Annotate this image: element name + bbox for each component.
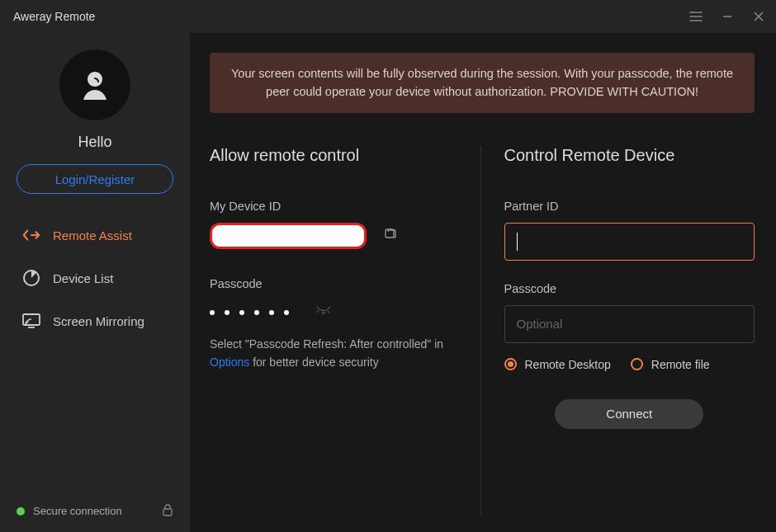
sidebar-item-label: Device List [53,271,113,285]
warning-banner: Your screen contents will be fully obser… [210,53,755,113]
minimize-button[interactable] [720,9,735,24]
radio-remote-desktop[interactable]: Remote Desktop [504,358,611,371]
sidebar-item-remote-assist[interactable]: Remote Assist [0,214,190,257]
radio-label: Remote file [651,358,710,371]
menu-icon[interactable] [688,9,703,24]
sidebar-item-label: Screen Mirroring [53,314,144,328]
radio-icon [504,358,517,370]
lock-icon [162,503,173,519]
remote-assist-icon [21,225,41,245]
passcode-dots [210,310,289,315]
eye-off-icon[interactable] [315,305,332,320]
sidebar: Hello Login/Register Remote Assist [0,33,190,532]
partner-id-input[interactable] [504,223,755,261]
window-controls [688,9,766,24]
titlebar: Aweray Remote [0,0,776,33]
control-remote-panel: Control Remote Device Partner ID Passcod… [481,146,755,516]
panel-title: Allow remote control [210,146,461,165]
avatar[interactable] [59,49,130,120]
sidebar-item-device-list[interactable]: Device List [0,257,190,299]
remote-passcode-input[interactable] [504,305,755,343]
sidebar-item-label: Remote Assist [53,228,132,242]
radio-icon [631,358,643,370]
partner-id-label: Partner ID [504,200,755,213]
status-dot [17,507,25,516]
greeting: Hello [78,134,111,151]
app-title: Aweray Remote [13,10,95,23]
passcode-label: Passcode [210,277,461,290]
sidebar-item-screen-mirroring[interactable]: Screen Mirroring [0,299,190,342]
allow-remote-panel: Allow remote control My Device ID Passco… [210,146,481,516]
connect-button[interactable]: Connect [555,399,703,429]
passcode-hint: Select "Passcode Refresh: After controll… [210,335,457,372]
login-register-button[interactable]: Login/Register [17,164,173,194]
close-button[interactable] [751,9,766,24]
remote-passcode-label: Passcode [504,282,755,295]
device-id-value [210,223,367,249]
panel-title: Control Remote Device [504,146,755,165]
status-text: Secure connection [33,505,122,517]
radio-remote-file[interactable]: Remote file [631,358,710,371]
svg-rect-2 [163,509,172,516]
device-id-label: My Device ID [210,200,461,213]
options-link[interactable]: Options [210,355,249,369]
device-list-icon [21,268,41,288]
radio-label: Remote Desktop [525,358,611,371]
screen-mirroring-icon [21,311,41,331]
main-content: Your screen contents will be fully obser… [190,33,776,532]
status-footer: Secure connection [0,490,190,532]
copy-icon[interactable] [383,227,398,245]
